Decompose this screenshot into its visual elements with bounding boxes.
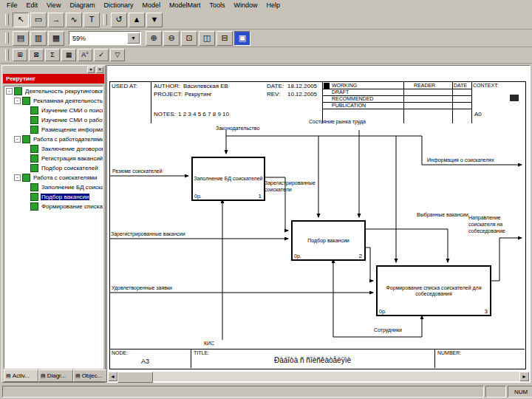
menu-item[interactable]: View [42, 1, 65, 10]
arrow-label[interactable]: Информация о соискателях [427, 157, 525, 163]
print-preview-button[interactable]: ▥ [30, 31, 47, 46]
zoom-area-button[interactable]: ⊡ [181, 31, 197, 46]
tile-horizontal-button[interactable]: ◫ [199, 31, 215, 46]
arrow-label[interactable]: Состояние рынка труда [309, 118, 396, 125]
tree-item[interactable]: Подбор соискателей [4, 163, 103, 173]
tree-item[interactable]: - Работа с соискателями [4, 173, 103, 183]
pointer-tool-button[interactable]: ↖ [13, 13, 29, 27]
tree-item[interactable]: - Деятельность рекрутингового агентства [4, 86, 103, 96]
explorer-tab[interactable]: ▤ Diagr... [38, 369, 73, 382]
menu-item[interactable]: Tools [205, 1, 229, 10]
menu-item[interactable]: Help [262, 1, 284, 10]
font-button[interactable]: A° [78, 49, 92, 61]
arrow-label[interactable]: Резюме соискателей [112, 168, 186, 174]
menu-item[interactable]: File [2, 1, 22, 10]
zoom-combobox[interactable]: 59% ▼ [69, 31, 141, 45]
activity-box-tool-button[interactable]: ▭ [30, 13, 47, 27]
arrow-label[interactable]: Направление соискателя на собеседование [468, 214, 526, 234]
tree-item[interactable]: Регистрация вакансий [4, 154, 103, 163]
close-panel-button[interactable]: ✕ [96, 66, 103, 73]
idef0-activity-box[interactable]: Формирование списка соискателей для собе… [376, 265, 491, 316]
toolbar-grip[interactable] [5, 33, 9, 44]
tree-expander-icon[interactable] [22, 155, 29, 162]
draft-label: DRAFT [332, 89, 349, 95]
tree-item[interactable]: Заключение договоров [4, 144, 103, 154]
tree-item[interactable]: Изучение СМИ о работодателях [4, 115, 103, 125]
model-explorer-panel: ▾ ✕ Рекрутинг - Деятельность рекрутингов… [1, 65, 106, 383]
activity-icon [30, 202, 38, 211]
arrow-label[interactable]: Удовлетворенные заявки [112, 284, 200, 291]
menu-item[interactable]: Window [229, 1, 262, 10]
tree-item[interactable]: - Работа с работодателями [4, 134, 103, 144]
menu-item[interactable]: ModelMart [165, 1, 205, 10]
report-button[interactable]: ▦ [48, 31, 64, 46]
explorer-tab[interactable]: ▤ Objec... [73, 369, 108, 382]
idef0-activity-box[interactable]: Заполнение БД соискателей 0р. 1 [191, 157, 265, 201]
activity-icon [30, 145, 38, 153]
tree-expander-icon[interactable]: - [14, 136, 21, 143]
check-model-button[interactable]: ✓ [94, 49, 109, 61]
menu-item[interactable]: Edit [22, 1, 43, 10]
model-explorer-toggle-button[interactable]: ▣ [234, 31, 250, 46]
idef0-activity-box[interactable]: Подбор вакансии 0р. 2 [291, 220, 366, 261]
zoom-out-button[interactable]: ⊖ [163, 31, 180, 46]
lock-button[interactable]: ⊠ [29, 49, 44, 61]
print-button[interactable]: ▤ [13, 31, 29, 46]
tree-item[interactable]: Размещение информации [4, 125, 103, 134]
tree-expander-icon[interactable] [22, 184, 29, 191]
arrow-label[interactable]: Сотрудники [374, 327, 415, 333]
menu-item[interactable]: Dictionary [99, 1, 137, 10]
arrow-label[interactable]: Зарегистрированные вакансии [111, 231, 214, 237]
scroll-left-icon[interactable]: ◄ [108, 372, 117, 381]
tree-item[interactable]: Подбор вакансии [4, 192, 103, 202]
tree-item[interactable]: Заполнение БД соискателей [4, 183, 103, 192]
menu-item[interactable]: Diagram [65, 1, 99, 10]
tree-expander-icon[interactable] [22, 165, 29, 171]
zoom-in-button[interactable]: ⊕ [146, 31, 162, 46]
activity-label: Формирование списка соискателей для собе… [378, 285, 489, 297]
arrow-label[interactable]: Законодательство [216, 125, 275, 132]
chevron-down-icon[interactable]: ▼ [127, 33, 140, 44]
text-tool-button[interactable]: T [83, 13, 100, 27]
squiggle-tool-button[interactable]: ∿ [66, 13, 82, 27]
activity-icon [30, 126, 38, 134]
precedence-arrow-tool-button[interactable]: → [48, 13, 64, 27]
tree-expander-icon[interactable] [22, 194, 29, 200]
tree-expander-icon[interactable]: - [14, 174, 21, 181]
explorer-tab[interactable]: ▤ Activ... [4, 369, 38, 382]
tree-expander-icon[interactable]: - [14, 98, 21, 104]
grid-button[interactable]: ▦ [61, 49, 76, 61]
tree-expander-icon[interactable] [22, 126, 29, 133]
toolbar-grip[interactable] [5, 14, 9, 25]
diagram-window: USED AT: AUTHOR: Василевская ЕВ DATE: 18… [106, 65, 531, 383]
arrow-label[interactable]: Зарегистрированные соискатели [265, 180, 330, 193]
tree-expander-icon[interactable]: - [6, 88, 13, 95]
tile-vertical-button[interactable]: ⊟ [216, 31, 233, 46]
scrollbar-thumb[interactable] [117, 372, 153, 383]
udp-button[interactable]: ⊞ [13, 49, 27, 61]
tree-item-label: Изучение СМИ о поиске работы [41, 107, 103, 114]
tree-expander-icon[interactable] [22, 203, 29, 210]
sibling-diagram-button[interactable]: ↺ [111, 13, 127, 27]
tree-expander-icon[interactable] [22, 117, 29, 123]
arrow-label[interactable]: КИС [204, 340, 220, 347]
scroll-right-icon[interactable]: ► [519, 372, 529, 381]
tree-item[interactable]: Формирование списка соискателей [4, 202, 103, 211]
pin-panel-button[interactable]: ▾ [87, 66, 95, 73]
tree-item-label: Деятельность рекрутингового агентства [24, 88, 103, 95]
tree-expander-icon[interactable] [22, 107, 29, 114]
go-to-parent-diagram-button[interactable]: ▲ [129, 13, 145, 27]
cost-button[interactable]: Σ [45, 49, 60, 61]
node-label: NODE: [112, 350, 128, 355]
toolbar-grip[interactable] [5, 50, 9, 61]
tree-item[interactable]: - Рекламная деятельность [4, 96, 103, 106]
filter-button[interactable]: ▽ [110, 49, 125, 61]
scrollbar-track[interactable] [153, 372, 519, 381]
tree-item[interactable]: Изучение СМИ о поиске работы [4, 106, 103, 115]
toolbar-grip[interactable] [103, 14, 107, 25]
form-divider [471, 81, 472, 123]
menu-item[interactable]: Model [137, 1, 165, 10]
activity-cost: 0р. [294, 253, 301, 259]
go-to-child-diagram-button[interactable]: ▼ [146, 13, 163, 27]
tree-expander-icon[interactable] [22, 146, 29, 152]
